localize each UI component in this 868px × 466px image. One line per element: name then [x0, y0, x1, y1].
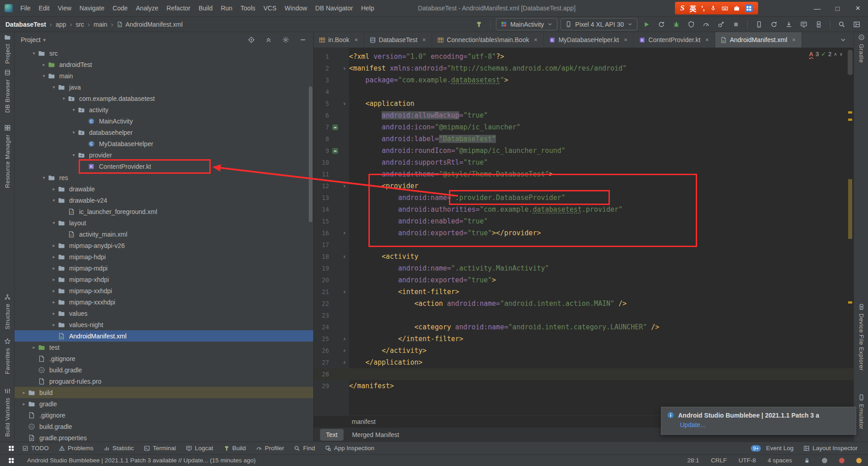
project-collapse-button[interactable]	[263, 34, 274, 46]
tree-item--gitignore[interactable]: .gitignore	[14, 353, 313, 364]
tree-chevron-down-icon[interactable]: ▾	[70, 130, 78, 135]
menu-vcs[interactable]: VCS	[259, 3, 281, 14]
red-indicator-icon[interactable]	[839, 458, 844, 463]
code-line-24[interactable]: 24 <category android:name="android.inten…	[314, 321, 854, 333]
menu-view[interactable]: View	[54, 3, 75, 14]
tree-item-androidmanifest-xml[interactable]: AndroidManifest.xml	[14, 330, 313, 342]
tree-item-mipmap-mdpi[interactable]: ▸mipmap-mdpi	[14, 262, 313, 274]
toolwindow-button-gradle[interactable]: GGradle	[854, 34, 868, 63]
ime-briefcase-icon[interactable]	[733, 5, 740, 12]
code-line-15[interactable]: 15 android:enabled="true"	[314, 215, 854, 227]
tree-chevron-down-icon[interactable]: ▾	[40, 175, 48, 180]
tree-item-mainactivity[interactable]: CMainActivity	[14, 115, 313, 127]
toolwindow-button-structure[interactable]: Structure	[0, 294, 14, 329]
fold-marker-icon[interactable]: ∨	[341, 180, 348, 192]
code-line-16[interactable]: 16∧ android:exported="true"></provider>	[314, 227, 854, 239]
tree-item-mydatabasehelper[interactable]: CMyDatabaseHelper	[14, 138, 313, 149]
ime-mic-icon[interactable]	[710, 5, 717, 12]
editor-tab-databasetest[interactable]: DatabaseTest	[364, 32, 433, 48]
editor-tab-androidmanifest-xml[interactable]: AndroidManifest.xml	[715, 32, 802, 48]
menu-build[interactable]: Build	[194, 3, 217, 14]
tree-item-values-night[interactable]: ▸values-night	[14, 319, 313, 330]
ime-punct-label[interactable]: ’,	[701, 5, 705, 12]
tree-item-main[interactable]: ▾main	[14, 70, 313, 81]
window-minimize-button[interactable]: —	[807, 0, 827, 17]
project-scrollbar[interactable]	[309, 86, 312, 222]
update-link[interactable]: Update...	[680, 421, 850, 428]
tree-chevron-right-icon[interactable]: ▸	[50, 277, 58, 282]
code-line-21[interactable]: 21∨ <intent-filter>	[314, 286, 854, 298]
project-target-button[interactable]	[245, 34, 257, 46]
toolwindow-switcher-button[interactable]	[5, 442, 17, 454]
device-explorer-button[interactable]	[813, 19, 825, 30]
tree-chevron-right-icon[interactable]: ▸	[40, 62, 48, 67]
tree-item-build[interactable]: ▸build	[14, 387, 313, 398]
tree-item-mipmap-anydpi-v26[interactable]: ▸mipmap-anydpi-v26	[14, 240, 313, 251]
code-line-20[interactable]: 20 android:exported="true">	[314, 274, 854, 286]
build-button[interactable]	[473, 19, 485, 30]
fold-marker-icon[interactable]: ∨	[341, 62, 348, 74]
tree-item-gradle-properties[interactable]: gradle.properties	[14, 432, 313, 442]
fold-marker-icon[interactable]: ∧	[341, 345, 348, 357]
tree-item-contentprovider-kt[interactable]: KContentProvider.kt	[14, 161, 313, 172]
tree-chevron-down-icon[interactable]: ▾	[50, 85, 58, 90]
yellow-indicator-icon[interactable]	[856, 458, 862, 463]
toolwindow-button-statistic[interactable]: Statistic	[99, 443, 139, 453]
tree-chevron-down-icon[interactable]: ▾	[40, 73, 48, 78]
breadcrumb-item-app[interactable]: app	[56, 21, 66, 28]
coverage-button[interactable]	[685, 19, 697, 30]
tree-item-drawable[interactable]: ▸drawable	[14, 183, 313, 195]
tree-item-mipmap-xxxhdpi[interactable]: ▸mipmap-xxxhdpi	[14, 296, 313, 308]
scrollbar-thumb[interactable]	[848, 50, 853, 75]
tab-close-icon[interactable]	[623, 37, 628, 43]
fold-marker-icon[interactable]: ∧	[341, 357, 348, 368]
logcat-button[interactable]	[798, 19, 810, 30]
tree-item-build-gradle[interactable]: Gbuild.gradle	[14, 421, 313, 432]
stripe-mark[interactable]	[848, 119, 852, 121]
tab-close-icon[interactable]	[533, 37, 538, 43]
menu-run[interactable]: Run	[217, 3, 236, 14]
tree-item-activity[interactable]: ▾activity	[14, 104, 313, 115]
tab-close-icon[interactable]	[421, 37, 427, 43]
tree-chevron-right-icon[interactable]: ▸	[50, 254, 58, 259]
status-message[interactable]: Android Studio Bumblebee | 2021.1.1 Patc…	[27, 457, 256, 464]
code-line-23[interactable]: 23	[314, 309, 854, 321]
tree-chevron-right-icon[interactable]: ▸	[50, 311, 58, 316]
ime-toolbar[interactable]: S英’,	[675, 2, 758, 14]
code-line-26[interactable]: 26∧ </activity>	[314, 345, 854, 357]
code-line-7[interactable]: 7 android:icon="@mipmap/ic_launcher"	[314, 121, 854, 133]
fold-marker-icon[interactable]: ∨	[341, 286, 348, 298]
device-manager-button[interactable]	[753, 19, 765, 30]
menu-refactor[interactable]: Refactor	[162, 3, 194, 14]
toolwindow-button-favorites[interactable]: Favorites	[0, 338, 14, 374]
apply-changes-button[interactable]	[656, 19, 667, 30]
breadcrumb-item-databasetest[interactable]: DatabaseTest	[5, 21, 46, 28]
stop-button[interactable]	[730, 19, 742, 30]
menu-help[interactable]: Help	[357, 3, 378, 14]
ime-grid-icon[interactable]	[745, 5, 753, 12]
code-line-6[interactable]: 6 android:allowBackup="true"	[314, 109, 854, 121]
search-everywhere-button[interactable]	[836, 19, 848, 30]
tree-chevron-right-icon[interactable]: ▸	[50, 266, 58, 271]
run-button[interactable]	[641, 19, 652, 30]
tree-item-androidtest[interactable]: ▸androidTest	[14, 59, 313, 70]
code-line-3[interactable]: 3 package="com.example.databasetest">	[314, 74, 854, 86]
view-tab-merged-manifest[interactable]: Merged Manifest	[346, 429, 405, 441]
breadcrumb-item-src[interactable]: src	[75, 21, 84, 28]
view-tab-text[interactable]: Text	[320, 429, 344, 441]
write-protect-icon[interactable]	[804, 457, 810, 464]
stripe-mark[interactable]	[848, 111, 852, 114]
tree-chevron-right-icon[interactable]: ▸	[30, 345, 38, 350]
code-line-14[interactable]: 14 android:authorities="com.example.data…	[314, 204, 854, 215]
toolwindow-button-app-inspection[interactable]: App Inspection	[320, 443, 379, 453]
menu-window[interactable]: Window	[281, 3, 311, 14]
editor-tab-in-book[interactable]: in.Book	[314, 32, 364, 48]
toolwindow-button-todo[interactable]: TODO	[17, 443, 54, 453]
toolwindow-button-problems[interactable]: Problems	[54, 443, 99, 453]
tree-item-mipmap-xhdpi[interactable]: ▸mipmap-xhdpi	[14, 274, 313, 285]
menu-file[interactable]: File	[16, 3, 35, 14]
indent-size[interactable]: 4 spaces	[768, 457, 792, 464]
tree-item-test[interactable]: ▸test	[14, 342, 313, 353]
tab-list-button[interactable]	[837, 34, 849, 46]
ime-keyboard-icon[interactable]	[722, 5, 728, 12]
